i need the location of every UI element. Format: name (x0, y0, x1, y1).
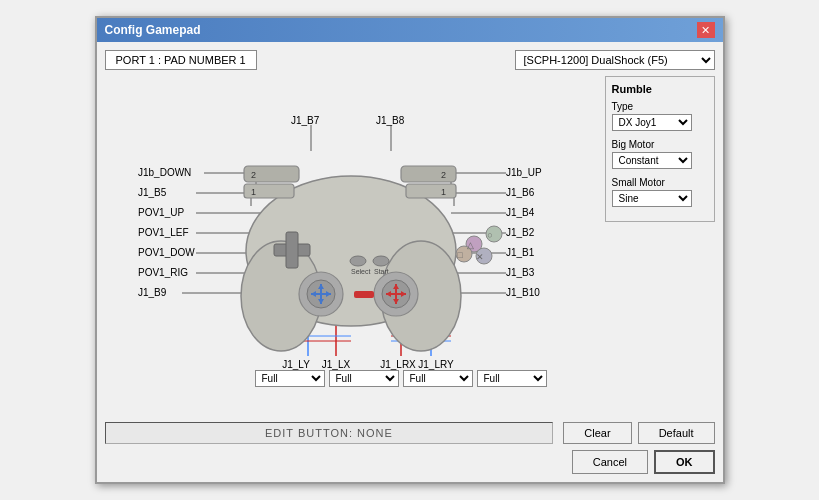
svg-text:△: △ (466, 240, 473, 250)
label-J1b_DOWN: J1b_DOWN (138, 167, 191, 178)
bottom-row: EDIT BUTTON: NONE Clear Default (105, 422, 715, 444)
label-POV1_UP: POV1_UP (138, 207, 184, 218)
svg-rect-41 (286, 232, 298, 268)
title-bar: Config Gamepad ✕ (97, 18, 723, 42)
gamepad-section: J1b_DOWN J1_B5 POV1_UP POV1_LEF POV1_DOW… (105, 76, 597, 416)
label-J1_B7: J1_B7 (291, 115, 320, 126)
cancel-button[interactable]: Cancel (572, 450, 648, 474)
svg-text:○: ○ (487, 230, 492, 240)
svg-point-43 (373, 256, 389, 266)
label-POV1_DOW: POV1_DOW (138, 247, 195, 258)
svg-point-42 (350, 256, 366, 266)
small-motor-label: Small Motor (612, 177, 708, 188)
edit-button-bar: EDIT BUTTON: NONE (105, 422, 554, 444)
label-J1_B5: J1_B5 (138, 187, 167, 198)
svg-text:2: 2 (251, 170, 256, 180)
device-select-container: [SCPH-1200] DualShock (F5) (515, 50, 715, 70)
rumble-title: Rumble (612, 83, 708, 95)
ok-button[interactable]: OK (654, 450, 715, 474)
label-J1_B10: J1_B10 (506, 287, 540, 298)
right-panel: Rumble Type DX Joy1 DX Joy2 None Big Mot… (605, 76, 715, 416)
top-bar: PORT 1 : PAD NUMBER 1 [SCPH-1200] DualSh… (105, 50, 715, 70)
bottom-bar: EDIT BUTTON: NONE Clear Default Cancel O… (105, 422, 715, 474)
small-motor-select[interactable]: Sine Constant None (612, 190, 692, 207)
stick-label-J1_LRY: J1_LRY (418, 359, 454, 370)
main-area: J1b_DOWN J1_B5 POV1_UP POV1_LEF POV1_DOW… (105, 76, 715, 416)
type-label: Type (612, 101, 708, 112)
svg-text:2: 2 (441, 170, 446, 180)
label-J1_B8: J1_B8 (376, 115, 405, 126)
svg-text:✕: ✕ (476, 252, 484, 262)
big-motor-label: Big Motor (612, 139, 708, 150)
window-title: Config Gamepad (105, 23, 201, 37)
label-J1_B3: J1_B3 (506, 267, 535, 278)
svg-rect-70 (354, 291, 374, 298)
label-J1_B9: J1_B9 (138, 287, 167, 298)
close-button[interactable]: ✕ (697, 22, 715, 38)
config-gamepad-window: Config Gamepad ✕ PORT 1 : PAD NUMBER 1 [… (95, 16, 725, 484)
label-J1b_UP: J1b_UP (506, 167, 542, 178)
label-J1_B6: J1_B6 (506, 187, 535, 198)
stick-label-J1_LY: J1_LY (282, 359, 310, 370)
svg-text:1: 1 (441, 187, 446, 197)
ok-cancel-row: Cancel OK (105, 450, 715, 474)
gamepad-container: J1b_DOWN J1_B5 POV1_UP POV1_LEF POV1_DOW… (136, 76, 566, 366)
action-buttons: Clear Default (563, 422, 714, 444)
svg-text:□: □ (457, 250, 463, 260)
label-J1_B4: J1_B4 (506, 207, 535, 218)
label-POV1_LEF: POV1_LEF (138, 227, 189, 238)
label-J1_B1: J1_B1 (506, 247, 535, 258)
svg-text:Select: Select (351, 268, 371, 275)
gamepad-svg: J1b_DOWN J1_B5 POV1_UP POV1_LEF POV1_DOW… (136, 76, 566, 376)
rumble-group: Rumble Type DX Joy1 DX Joy2 None Big Mot… (605, 76, 715, 222)
port-label: PORT 1 : PAD NUMBER 1 (105, 50, 257, 70)
edit-button-text: EDIT BUTTON: NONE (265, 427, 393, 439)
stick-label-J1_LRX: J1_LRX (380, 359, 416, 370)
stick-label-J1_LX: J1_LX (321, 359, 350, 370)
big-motor-select[interactable]: Constant Sine None (612, 152, 692, 169)
label-POV1_RIG: POV1_RIG (138, 267, 188, 278)
label-J1_B2: J1_B2 (506, 227, 535, 238)
main-content: PORT 1 : PAD NUMBER 1 [SCPH-1200] DualSh… (97, 42, 723, 482)
svg-rect-36 (401, 166, 456, 182)
clear-button[interactable]: Clear (563, 422, 631, 444)
default-button[interactable]: Default (638, 422, 715, 444)
device-select[interactable]: [SCPH-1200] DualShock (F5) (515, 50, 715, 70)
svg-text:1: 1 (251, 187, 256, 197)
type-select[interactable]: DX Joy1 DX Joy2 None (612, 114, 692, 131)
svg-rect-38 (406, 184, 456, 198)
